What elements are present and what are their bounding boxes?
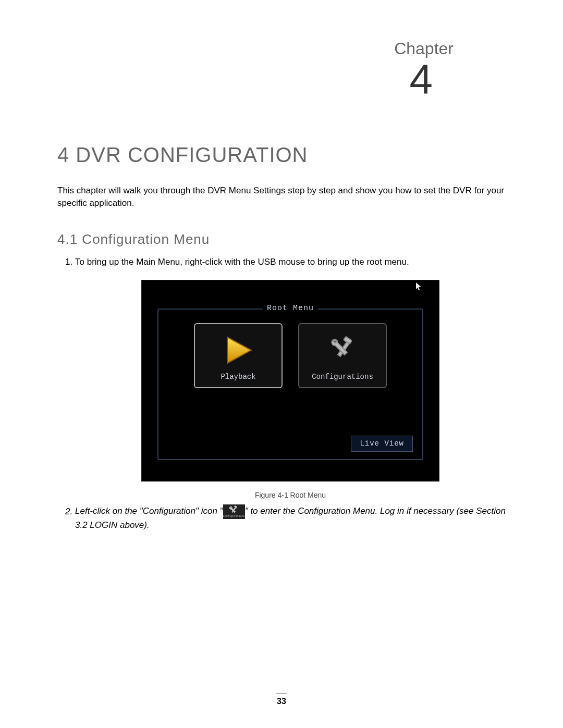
playback-tile[interactable]: Playback [194,323,283,388]
section-heading: 4.1 Configuration Menu [57,230,506,249]
step-2-text-a: Left-click on the "Configuration" icon " [75,507,223,516]
svg-marker-0 [416,282,421,290]
svg-marker-1 [227,337,251,363]
configurations-label: Configurations [299,372,386,382]
root-menu-title: Root Menu [263,303,318,314]
page-number-value: 33 [277,697,286,706]
page-number: 33 [0,694,563,707]
mouse-cursor-icon [416,282,422,294]
page-title: 4 DVR CONFIGURATION [57,141,506,169]
tools-icon [299,331,386,369]
inline-config-label: Configurations [223,515,245,519]
root-menu-screenshot: Root Menu [141,280,439,482]
step-2: Left-click on the "Configuration" icon "… [75,504,506,532]
inline-config-icon: Configurations [223,504,245,519]
figure-caption: Figure 4-1 Root Menu [75,490,506,500]
live-view-button[interactable]: Live View [351,436,413,452]
configurations-tile[interactable]: Configurations [298,323,387,388]
play-icon [195,331,282,369]
root-menu-panel: Root Menu [157,309,423,460]
chapter-number: 4 [410,51,433,107]
intro-paragraph: This chapter will walk you through the D… [57,184,506,209]
playback-label: Playback [195,372,282,382]
step-1: To bring up the Main Menu, right-click w… [75,256,506,269]
